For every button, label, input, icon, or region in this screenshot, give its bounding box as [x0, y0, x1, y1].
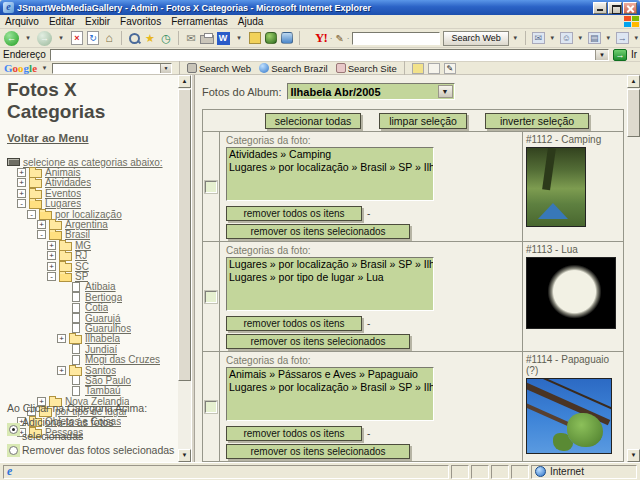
back-dropdown-icon[interactable]: ▾ [21, 30, 35, 46]
google-logo-dropdown[interactable]: ▾ [41, 64, 48, 72]
collapse-minus-icon[interactable]: - [47, 272, 56, 281]
back-to-menu-link[interactable]: Voltar ao Menu [7, 132, 89, 144]
google-search-site-button[interactable]: Search Site [336, 63, 397, 74]
category-option[interactable]: Animais » Pássaros e Aves » Papaguaio [227, 368, 433, 381]
category-link-cotia[interactable]: Cotia [85, 302, 108, 313]
main-scrollbar[interactable]: ▲ ▼ [627, 75, 640, 462]
home-icon[interactable]: ⌂ [102, 30, 116, 46]
category-link-jundiai[interactable]: Jundiaí [85, 344, 117, 355]
scrollbar-thumb[interactable] [627, 89, 640, 137]
scroll-down-arrow[interactable]: ▼ [178, 449, 191, 462]
radio-option-remove[interactable]: Remover das fotos selecionadas [7, 443, 176, 457]
category-link-atividades[interactable]: Atividades [45, 177, 91, 188]
icq-icon[interactable] [264, 30, 278, 46]
category-link-tambau[interactable]: Tambaú [85, 385, 121, 396]
print-icon[interactable] [200, 30, 214, 46]
limpar-selecao-button[interactable]: limpar seleção [379, 113, 467, 129]
radio-button-add[interactable] [7, 423, 20, 436]
expand-plus-icon[interactable]: + [47, 241, 56, 250]
pencil-icon[interactable]: ✎ [335, 33, 343, 44]
forward-icon[interactable]: → [37, 30, 52, 46]
remove-selected-items-button[interactable]: remover os itens selecionados [226, 224, 410, 239]
address-dropdown-arrow[interactable]: ▼ [595, 50, 608, 60]
category-link-atibaia[interactable]: Atibaia [85, 281, 116, 292]
category-option[interactable]: Lugares » por localização » Brasil » SP … [227, 161, 433, 174]
category-option[interactable]: Lugares » por localização » Brasil » SP … [227, 381, 433, 394]
category-option[interactable]: Lugares » por localização » Brasil » SP … [227, 258, 433, 271]
yahoo-signout-icon[interactable]: → [616, 32, 629, 44]
category-link-guarulhos[interactable]: Guarulhos [85, 323, 131, 334]
yahoo-dropdown-icon[interactable]: ▾ [633, 34, 640, 42]
category-link-mogi-das-cruzes[interactable]: Mogi das Cruzes [85, 354, 160, 365]
google-input-dropdown[interactable]: ▼ [160, 64, 171, 73]
yahoo-dropdown-icon[interactable]: ▾ [549, 34, 556, 42]
photo-thumbnail[interactable] [526, 378, 612, 454]
menu-item-ajuda[interactable]: Ajuda [238, 16, 264, 27]
album-select-arrow[interactable]: ▼ [438, 85, 453, 98]
google-search-web-button[interactable]: Search Web [187, 63, 251, 74]
expand-plus-icon[interactable]: + [57, 334, 66, 343]
forward-dropdown-icon[interactable]: ▾ [54, 30, 68, 46]
category-link-por-localizacao[interactable]: por localização [55, 209, 122, 220]
yahoo-search-web-button[interactable]: Search Web [443, 31, 508, 46]
minimize-button[interactable] [593, 2, 607, 14]
expand-plus-icon[interactable]: + [37, 220, 46, 229]
radio-option-add[interactable]: Adicioná-la às fotos selecionadas [7, 415, 176, 443]
album-select[interactable]: Ilhabela Abr/2005 ▼ [287, 83, 455, 100]
photo-categories-listbox[interactable]: Atividades » CampingLugares » por locali… [226, 147, 434, 201]
category-link-rj[interactable]: RJ [75, 250, 87, 261]
category-link-guaruja[interactable]: Guarujá [85, 313, 121, 324]
scrollbar-thumb[interactable] [178, 89, 191, 381]
edit-dropdown-icon[interactable]: ▾ [232, 30, 246, 46]
photo-select-checkbox[interactable] [205, 181, 217, 193]
category-link-argentina[interactable]: Argentina [65, 219, 108, 230]
category-link-lugares[interactable]: Lugares [45, 198, 81, 209]
refresh-icon[interactable]: ↻ [86, 30, 100, 46]
expand-plus-icon[interactable]: + [17, 178, 26, 187]
collapse-minus-icon[interactable]: - [37, 230, 46, 239]
page-options-icon[interactable] [428, 63, 440, 74]
yahoo-mail-icon[interactable]: ✉ [532, 32, 545, 44]
expand-plus-icon[interactable]: + [17, 189, 26, 198]
yahoo-bookmark-icon[interactable]: ▤ [588, 32, 601, 44]
remove-all-items-button[interactable]: remover todos os itens [226, 426, 362, 441]
autofill-pen-icon[interactable]: ✎ [444, 63, 456, 74]
yahoo-dropdown-icon[interactable]: ▾ [605, 34, 612, 42]
category-link-mg[interactable]: MG [75, 240, 91, 251]
category-link-sao-paulo[interactable]: São Paulo [85, 375, 131, 386]
photo-select-checkbox[interactable] [205, 291, 217, 303]
category-link-bertioga[interactable]: Bertioga [85, 292, 122, 303]
radio-button-remove[interactable] [7, 444, 20, 457]
category-link-eventos[interactable]: Eventos [45, 188, 81, 199]
photo-thumbnail[interactable] [526, 257, 616, 329]
expand-plus-icon[interactable]: + [47, 251, 56, 260]
menu-item-editar[interactable]: Editar [49, 16, 75, 27]
collapse-minus-icon[interactable]: - [27, 210, 36, 219]
menu-item-arquivo[interactable]: Arquivo [5, 16, 39, 27]
scroll-up-arrow[interactable]: ▲ [627, 75, 640, 88]
menu-item-exibir[interactable]: Exibir [85, 16, 110, 27]
selecionar-todas-button[interactable]: selecionar todas [265, 113, 361, 129]
history-icon[interactable]: ◷ [159, 30, 173, 46]
yahoo-messenger-icon[interactable]: ☺ [560, 32, 573, 44]
favorites-icon[interactable]: ★ [143, 30, 157, 46]
yahoo-search-dropdown[interactable]: ▾ [512, 34, 519, 42]
highlighter-icon[interactable] [412, 63, 424, 74]
msn-messenger-icon[interactable] [280, 30, 294, 46]
google-search-input[interactable]: ▼ [52, 63, 172, 74]
category-link-selecione-as-categorias-abaixo[interactable]: selecione as categorias abaixo: [23, 157, 163, 168]
yahoo-search-input[interactable] [352, 32, 440, 45]
remove-selected-items-button[interactable]: remover os itens selecionados [226, 444, 410, 459]
photo-categories-listbox[interactable]: Animais » Pássaros e Aves » PapaguaioLug… [226, 367, 434, 421]
scroll-up-arrow[interactable]: ▲ [178, 75, 191, 88]
remove-all-items-button[interactable]: remover todos os itens [226, 206, 362, 221]
category-link-animais[interactable]: Animais [45, 167, 81, 178]
sidebar-scrollbar[interactable]: ▲ ▼ [178, 75, 191, 462]
photo-select-checkbox[interactable] [205, 401, 217, 413]
expand-plus-icon[interactable]: + [47, 262, 56, 271]
go-button[interactable]: → [613, 49, 627, 61]
yahoo-dropdown-icon[interactable]: ▾ [577, 34, 584, 42]
expand-plus-icon[interactable]: + [57, 366, 66, 375]
menu-item-favoritos[interactable]: Favoritos [120, 16, 161, 27]
inverter-selecao-button[interactable]: inverter seleção [485, 113, 589, 129]
